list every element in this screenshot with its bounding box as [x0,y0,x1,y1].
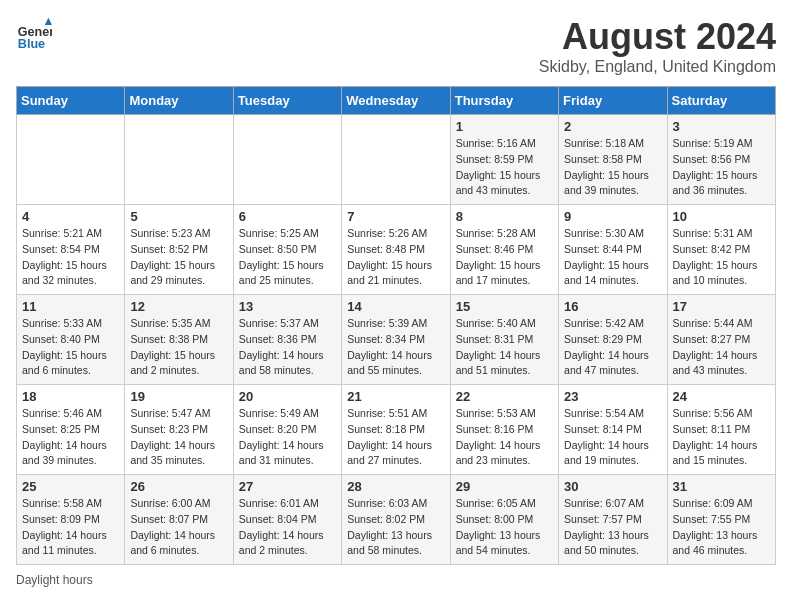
calendar-cell: 9Sunrise: 5:30 AMSunset: 8:44 PMDaylight… [559,205,667,295]
day-number: 4 [22,209,119,224]
calendar-cell: 31Sunrise: 6:09 AMSunset: 7:55 PMDayligh… [667,475,775,565]
day-number: 2 [564,119,661,134]
calendar-cell: 10Sunrise: 5:31 AMSunset: 8:42 PMDayligh… [667,205,775,295]
day-number: 30 [564,479,661,494]
calendar-cell: 5Sunrise: 5:23 AMSunset: 8:52 PMDaylight… [125,205,233,295]
svg-text:Blue: Blue [18,37,45,51]
day-info: Sunrise: 5:56 AMSunset: 8:11 PMDaylight:… [673,406,770,469]
calendar-header-wednesday: Wednesday [342,87,450,115]
calendar-cell: 15Sunrise: 5:40 AMSunset: 8:31 PMDayligh… [450,295,558,385]
day-number: 20 [239,389,336,404]
page-header: General Blue August 2024 Skidby, England… [16,16,776,76]
day-info: Sunrise: 6:05 AMSunset: 8:00 PMDaylight:… [456,496,553,559]
calendar-cell: 19Sunrise: 5:47 AMSunset: 8:23 PMDayligh… [125,385,233,475]
day-number: 27 [239,479,336,494]
day-info: Sunrise: 5:49 AMSunset: 8:20 PMDaylight:… [239,406,336,469]
day-info: Sunrise: 5:54 AMSunset: 8:14 PMDaylight:… [564,406,661,469]
calendar-table: SundayMondayTuesdayWednesdayThursdayFrid… [16,86,776,565]
footer-label: Daylight hours [16,573,93,587]
day-info: Sunrise: 5:37 AMSunset: 8:36 PMDaylight:… [239,316,336,379]
day-number: 14 [347,299,444,314]
svg-marker-2 [45,18,52,25]
calendar-cell: 28Sunrise: 6:03 AMSunset: 8:02 PMDayligh… [342,475,450,565]
day-number: 18 [22,389,119,404]
day-info: Sunrise: 5:19 AMSunset: 8:56 PMDaylight:… [673,136,770,199]
calendar-cell: 26Sunrise: 6:00 AMSunset: 8:07 PMDayligh… [125,475,233,565]
calendar-cell: 18Sunrise: 5:46 AMSunset: 8:25 PMDayligh… [17,385,125,475]
day-number: 19 [130,389,227,404]
day-info: Sunrise: 5:40 AMSunset: 8:31 PMDaylight:… [456,316,553,379]
day-number: 8 [456,209,553,224]
month-title: August 2024 [539,16,776,58]
day-number: 9 [564,209,661,224]
day-info: Sunrise: 5:23 AMSunset: 8:52 PMDaylight:… [130,226,227,289]
day-number: 16 [564,299,661,314]
day-info: Sunrise: 5:18 AMSunset: 8:58 PMDaylight:… [564,136,661,199]
calendar-cell: 12Sunrise: 5:35 AMSunset: 8:38 PMDayligh… [125,295,233,385]
calendar-header-row: SundayMondayTuesdayWednesdayThursdayFrid… [17,87,776,115]
day-number: 12 [130,299,227,314]
day-info: Sunrise: 5:58 AMSunset: 8:09 PMDaylight:… [22,496,119,559]
day-info: Sunrise: 5:44 AMSunset: 8:27 PMDaylight:… [673,316,770,379]
calendar-week-row: 18Sunrise: 5:46 AMSunset: 8:25 PMDayligh… [17,385,776,475]
day-number: 26 [130,479,227,494]
day-number: 11 [22,299,119,314]
day-number: 13 [239,299,336,314]
day-info: Sunrise: 5:21 AMSunset: 8:54 PMDaylight:… [22,226,119,289]
calendar-cell [233,115,341,205]
calendar-week-row: 25Sunrise: 5:58 AMSunset: 8:09 PMDayligh… [17,475,776,565]
location: Skidby, England, United Kingdom [539,58,776,76]
day-number: 17 [673,299,770,314]
day-info: Sunrise: 5:30 AMSunset: 8:44 PMDaylight:… [564,226,661,289]
day-info: Sunrise: 5:46 AMSunset: 8:25 PMDaylight:… [22,406,119,469]
calendar-cell [125,115,233,205]
calendar-cell: 16Sunrise: 5:42 AMSunset: 8:29 PMDayligh… [559,295,667,385]
calendar-cell: 7Sunrise: 5:26 AMSunset: 8:48 PMDaylight… [342,205,450,295]
day-info: Sunrise: 6:01 AMSunset: 8:04 PMDaylight:… [239,496,336,559]
day-info: Sunrise: 5:51 AMSunset: 8:18 PMDaylight:… [347,406,444,469]
logo: General Blue [16,16,56,52]
calendar-header-sunday: Sunday [17,87,125,115]
calendar-cell [17,115,125,205]
day-number: 24 [673,389,770,404]
day-number: 31 [673,479,770,494]
day-info: Sunrise: 5:25 AMSunset: 8:50 PMDaylight:… [239,226,336,289]
calendar-cell: 11Sunrise: 5:33 AMSunset: 8:40 PMDayligh… [17,295,125,385]
logo-icon: General Blue [16,16,52,52]
calendar-cell: 2Sunrise: 5:18 AMSunset: 8:58 PMDaylight… [559,115,667,205]
calendar-cell: 23Sunrise: 5:54 AMSunset: 8:14 PMDayligh… [559,385,667,475]
day-number: 29 [456,479,553,494]
calendar-cell: 14Sunrise: 5:39 AMSunset: 8:34 PMDayligh… [342,295,450,385]
calendar-cell: 8Sunrise: 5:28 AMSunset: 8:46 PMDaylight… [450,205,558,295]
day-info: Sunrise: 5:28 AMSunset: 8:46 PMDaylight:… [456,226,553,289]
day-number: 7 [347,209,444,224]
day-number: 23 [564,389,661,404]
day-info: Sunrise: 5:42 AMSunset: 8:29 PMDaylight:… [564,316,661,379]
day-number: 10 [673,209,770,224]
day-info: Sunrise: 6:03 AMSunset: 8:02 PMDaylight:… [347,496,444,559]
title-block: August 2024 Skidby, England, United King… [539,16,776,76]
footer: Daylight hours [16,573,776,587]
calendar-header-tuesday: Tuesday [233,87,341,115]
day-number: 22 [456,389,553,404]
day-info: Sunrise: 5:33 AMSunset: 8:40 PMDaylight:… [22,316,119,379]
calendar-cell: 29Sunrise: 6:05 AMSunset: 8:00 PMDayligh… [450,475,558,565]
calendar-header-monday: Monday [125,87,233,115]
day-info: Sunrise: 6:00 AMSunset: 8:07 PMDaylight:… [130,496,227,559]
calendar-week-row: 1Sunrise: 5:16 AMSunset: 8:59 PMDaylight… [17,115,776,205]
calendar-cell: 25Sunrise: 5:58 AMSunset: 8:09 PMDayligh… [17,475,125,565]
day-number: 21 [347,389,444,404]
calendar-header-friday: Friday [559,87,667,115]
calendar-cell: 30Sunrise: 6:07 AMSunset: 7:57 PMDayligh… [559,475,667,565]
calendar-cell: 24Sunrise: 5:56 AMSunset: 8:11 PMDayligh… [667,385,775,475]
calendar-week-row: 11Sunrise: 5:33 AMSunset: 8:40 PMDayligh… [17,295,776,385]
calendar-cell: 22Sunrise: 5:53 AMSunset: 8:16 PMDayligh… [450,385,558,475]
calendar-week-row: 4Sunrise: 5:21 AMSunset: 8:54 PMDaylight… [17,205,776,295]
calendar-header-saturday: Saturday [667,87,775,115]
calendar-header-thursday: Thursday [450,87,558,115]
day-number: 5 [130,209,227,224]
day-info: Sunrise: 5:16 AMSunset: 8:59 PMDaylight:… [456,136,553,199]
calendar-cell: 21Sunrise: 5:51 AMSunset: 8:18 PMDayligh… [342,385,450,475]
calendar-cell [342,115,450,205]
calendar-cell: 20Sunrise: 5:49 AMSunset: 8:20 PMDayligh… [233,385,341,475]
